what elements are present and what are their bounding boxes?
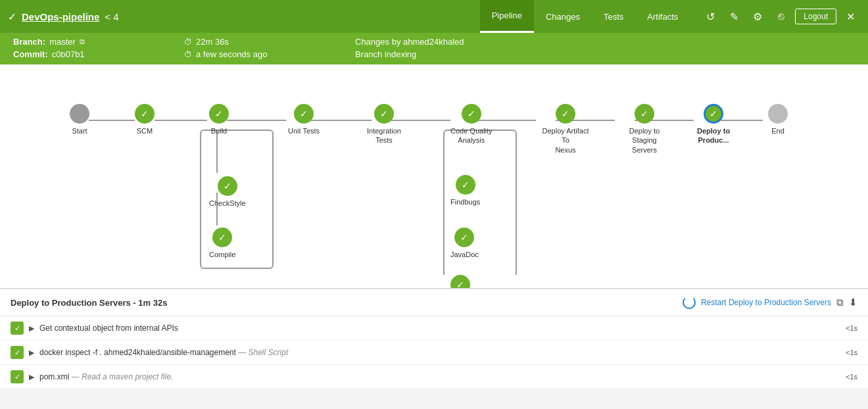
log-time-1: <1s xyxy=(841,324,857,332)
log-check-3: ✓ xyxy=(11,370,24,383)
branch-indexing: Branch indexing xyxy=(355,49,416,59)
log-check-1: ✓ xyxy=(11,322,24,335)
exit-icon[interactable]: ⎋ xyxy=(771,7,791,26)
pipeline-title[interactable]: DevOps-pipeline xyxy=(22,11,99,22)
clock-icon: ⏱ xyxy=(184,37,192,47)
node-build[interactable]: ✓ Build xyxy=(209,104,229,135)
top-bar-left: ✓ DevOps-pipeline < 4 xyxy=(8,11,473,23)
changes-row: Changes by ahmed24khaled xyxy=(355,37,855,47)
deploy-staging-circle: ✓ xyxy=(635,104,654,124)
node-end[interactable]: End xyxy=(768,104,788,135)
cqa-circle: ✓ xyxy=(462,104,481,124)
external-link-icon[interactable]: ⧉ xyxy=(836,297,844,308)
start-label: Start xyxy=(72,126,87,135)
log-expand-1[interactable]: ▶ xyxy=(29,324,34,333)
node-deploy-nexus[interactable]: ✓ Deploy Artifact ToNexus xyxy=(539,104,592,155)
log-text-1: Get contextual object from internal APIs xyxy=(39,324,836,333)
build-number: < 4 xyxy=(105,11,118,22)
commit-value: c0b07b1 xyxy=(52,49,85,59)
download-icon[interactable]: ⬇ xyxy=(849,297,857,308)
bottom-panel: Deploy to Production Servers - 1m 32s Re… xyxy=(0,288,868,389)
nav-changes[interactable]: Changes xyxy=(534,0,592,33)
pmd-circle: ✓ xyxy=(450,275,470,288)
changes-by: Changes by ahmed24khaled xyxy=(355,37,464,47)
log-text-2-main: docker inspect -f . ahmed24khaled/ansibl… xyxy=(39,348,236,357)
log-row: ✓ ▶ pom.xml — Read a maven project file.… xyxy=(0,365,868,389)
nav-artifacts[interactable]: Artifacts xyxy=(635,0,690,33)
node-start[interactable]: Start xyxy=(70,104,89,135)
unit-tests-circle: ✓ xyxy=(294,104,314,124)
integration-tests-label: IntegrationTests xyxy=(367,126,401,145)
pipeline-canvas: Start ✓ SCM ✓ Build ✓ CheckStyle ✓ Compi… xyxy=(0,64,868,288)
node-integration-tests[interactable]: ✓ IntegrationTests xyxy=(367,104,401,145)
check-icon: ✓ xyxy=(8,11,16,23)
node-cqa[interactable]: ✓ Code QualityAnalysis xyxy=(450,104,493,145)
branch-label: Branch: xyxy=(13,37,45,47)
build-label: Build xyxy=(211,126,227,135)
log-expand-2[interactable]: ▶ xyxy=(29,349,34,357)
deploy-prod-label: Deploy toProduc... xyxy=(697,126,730,145)
flow-container: Start ✓ SCM ✓ Build ✓ CheckStyle ✓ Compi… xyxy=(13,78,829,275)
javadoc-circle: ✓ xyxy=(454,228,474,247)
node-checkstyle[interactable]: ✓ CheckStyle xyxy=(209,176,246,208)
settings-icon[interactable]: ⚙ xyxy=(748,7,767,26)
time-ago: a few seconds ago xyxy=(196,49,267,59)
cqa-label: Code QualityAnalysis xyxy=(450,126,493,145)
top-icons: ↺ ✎ ⚙ ⎋ Logout ✕ xyxy=(700,7,860,26)
nav-tests[interactable]: Tests xyxy=(592,0,635,33)
branch-value: master xyxy=(49,37,76,47)
restart-area: Restart Deploy to Production Servers ⧉ ⬇ xyxy=(683,296,857,309)
restart-link[interactable]: Restart Deploy to Production Servers xyxy=(701,298,831,307)
branch-row: Branch: master ⧉ xyxy=(13,37,184,47)
clock2-icon: ⏱ xyxy=(184,50,192,59)
scm-label: SCM xyxy=(137,126,153,135)
node-pmd[interactable]: ✓ PMD xyxy=(450,275,470,288)
compile-label: Compile xyxy=(209,250,235,259)
duration-value: 22m 36s xyxy=(196,37,229,47)
stage-header: Deploy to Production Servers - 1m 32s Re… xyxy=(0,289,868,316)
node-scm[interactable]: ✓ SCM xyxy=(135,104,155,135)
build-circle: ✓ xyxy=(209,104,229,124)
top-bar: ✓ DevOps-pipeline < 4 Pipeline Changes T… xyxy=(0,0,868,33)
log-tag-3: — Read a maven project file. xyxy=(72,372,174,381)
nav-pipeline[interactable]: Pipeline xyxy=(480,0,534,33)
start-circle xyxy=(70,104,89,124)
node-compile[interactable]: ✓ Compile xyxy=(209,228,235,259)
log-text-3: pom.xml — Read a maven project file. xyxy=(39,372,836,381)
log-expand-3[interactable]: ▶ xyxy=(29,373,34,381)
sub-header: Branch: master ⧉ ⏱ 22m 36s Changes by ah… xyxy=(0,33,868,64)
node-unit-tests[interactable]: ✓ Unit Tests xyxy=(288,104,320,135)
log-time-3: <1s xyxy=(841,373,857,381)
checkstyle-circle: ✓ xyxy=(218,176,237,196)
deploy-nexus-label: Deploy Artifact ToNexus xyxy=(539,126,592,155)
deploy-staging-label: Deploy to StagingServers xyxy=(618,126,671,155)
log-text-2: docker inspect -f . ahmed24khaled/ansibl… xyxy=(39,348,836,357)
node-deploy-staging[interactable]: ✓ Deploy to StagingServers xyxy=(618,104,671,155)
stage-title: Deploy to Production Servers - 1m 32s xyxy=(11,298,676,308)
compile-circle: ✓ xyxy=(212,228,232,247)
restart-spinner xyxy=(683,296,696,309)
log-time-2: <1s xyxy=(841,349,857,356)
logout-button[interactable]: Logout xyxy=(795,9,836,24)
node-deploy-prod[interactable]: ✓ Deploy toProduc... xyxy=(697,104,730,145)
refresh-icon[interactable]: ↺ xyxy=(700,7,720,26)
deploy-nexus-circle: ✓ xyxy=(556,104,575,124)
log-row: ✓ ▶ docker inspect -f . ahmed24khaled/an… xyxy=(0,341,868,365)
log-check-2: ✓ xyxy=(11,346,24,359)
log-row: ✓ ▶ Get contextual object from internal … xyxy=(0,316,868,341)
top-nav: Pipeline Changes Tests Artifacts xyxy=(480,0,690,33)
log-text-3-main: pom.xml xyxy=(39,372,69,381)
end-label: End xyxy=(771,126,784,135)
findbugs-circle: ✓ xyxy=(456,175,475,195)
checkstyle-label: CheckStyle xyxy=(209,199,246,208)
timeago-row: ⏱ a few seconds ago xyxy=(184,49,355,59)
node-javadoc[interactable]: ✓ JavaDoc xyxy=(450,228,479,259)
node-findbugs[interactable]: ✓ Findbugs xyxy=(450,175,480,206)
findbugs-label: Findbugs xyxy=(450,197,480,206)
external-link-icon[interactable]: ⧉ xyxy=(80,37,85,46)
close-icon[interactable]: ✕ xyxy=(840,7,860,26)
commit-row: Commit: c0b07b1 xyxy=(13,49,184,59)
log-tag-2: — Shell Script xyxy=(238,348,288,357)
edit-icon[interactable]: ✎ xyxy=(724,7,744,26)
scm-circle: ✓ xyxy=(135,104,155,124)
